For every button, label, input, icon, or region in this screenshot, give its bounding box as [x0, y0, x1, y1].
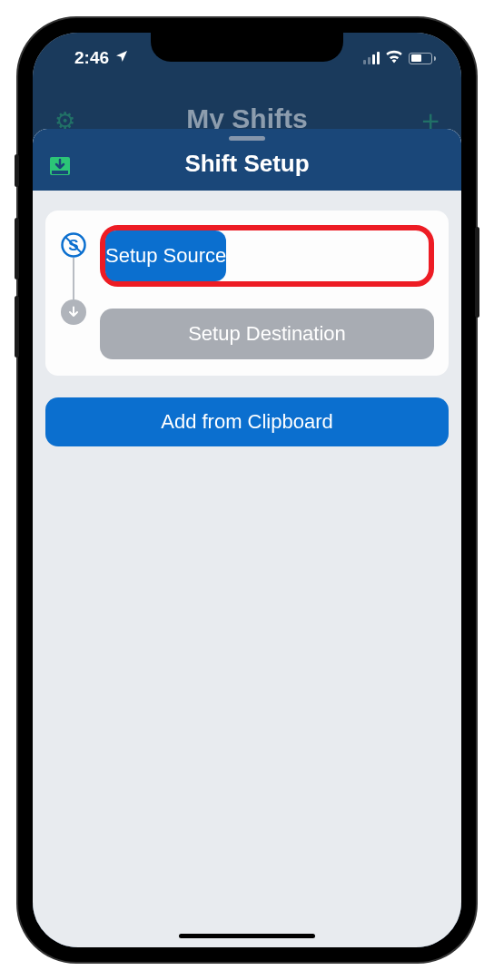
battery-icon	[409, 53, 436, 64]
sheet-grabber[interactable]	[229, 136, 265, 141]
location-arrow-icon	[114, 48, 129, 68]
timeline: S	[60, 225, 87, 359]
setup-card: S Setup Source	[45, 211, 449, 376]
power-button	[475, 227, 479, 318]
tutorial-highlight-ring: Setup Source	[100, 225, 434, 287]
wifi-icon	[385, 49, 403, 67]
svg-rect-1	[52, 171, 68, 174]
status-right	[363, 44, 436, 67]
sheet-title: Shift Setup	[184, 150, 309, 178]
destination-arrow-icon	[61, 299, 86, 325]
volume-down-button	[15, 296, 19, 358]
add-from-clipboard-button[interactable]: Add from Clipboard	[45, 397, 449, 446]
source-s-icon: S	[61, 232, 86, 258]
phone-screen: ⚙ My Shifts + 2:46	[33, 33, 461, 947]
sheet-body: S Setup Source	[33, 191, 461, 466]
setup-destination-button[interactable]: Setup Destination	[100, 309, 434, 359]
download-icon[interactable]	[49, 156, 71, 176]
cellular-signal-icon	[363, 52, 380, 64]
card-buttons: Setup Source Setup Destination	[100, 225, 434, 359]
status-time: 2:46	[74, 48, 109, 68]
modal-sheet: Shift Setup S	[33, 129, 461, 947]
notch	[151, 33, 343, 62]
setup-source-button[interactable]: Setup Source	[105, 230, 226, 281]
phone-frame: ⚙ My Shifts + 2:46	[18, 18, 476, 962]
sheet-header: Shift Setup	[33, 129, 461, 191]
status-left: 2:46	[58, 43, 129, 68]
volume-up-button	[15, 218, 19, 279]
mute-switch	[15, 154, 19, 187]
home-indicator[interactable]	[179, 934, 315, 938]
timeline-connector	[73, 258, 74, 299]
